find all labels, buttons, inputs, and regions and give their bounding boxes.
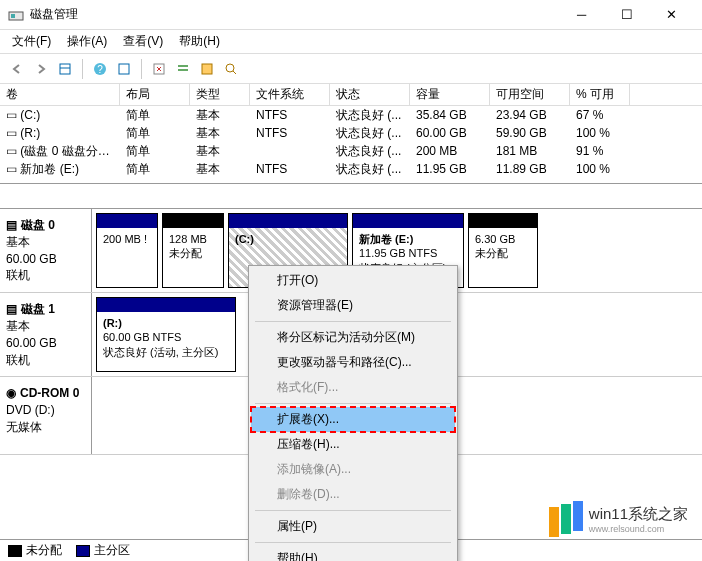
partition[interactable]: (R:)60.00 GB NTFS状态良好 (活动, 主分区) [96, 297, 236, 372]
menu-view[interactable]: 查看(V) [115, 31, 171, 52]
volume-list[interactable]: 卷 布局 类型 文件系统 状态 容量 可用空间 % 可用 ▭ (C:)简单基本N… [0, 84, 702, 184]
disk-info: ▤ 磁盘 0基本60.00 GB联机 [0, 209, 92, 292]
toolbar: ? [0, 54, 702, 84]
menu-action[interactable]: 操作(A) [59, 31, 115, 52]
svg-rect-9 [178, 69, 188, 71]
ctx-delete-volume: 删除卷(D)... [251, 482, 455, 507]
back-button[interactable] [6, 58, 28, 80]
svg-text:?: ? [97, 64, 103, 75]
svg-rect-6 [119, 64, 129, 74]
window-title: 磁盘管理 [30, 6, 559, 23]
col-percent[interactable]: % 可用 [570, 84, 630, 105]
search-button[interactable] [220, 58, 242, 80]
partition[interactable]: 128 MB未分配 [162, 213, 224, 288]
ctx-properties[interactable]: 属性(P) [251, 514, 455, 539]
settings-button[interactable] [113, 58, 135, 80]
ctx-extend-volume[interactable]: 扩展卷(X)... [251, 407, 455, 432]
col-free[interactable]: 可用空间 [490, 84, 570, 105]
col-layout[interactable]: 布局 [120, 84, 190, 105]
menubar: 文件(F) 操作(A) 查看(V) 帮助(H) [0, 30, 702, 54]
cdrom-icon: ◉ [6, 385, 16, 402]
volume-row[interactable]: ▭ (R:)简单基本NTFS状态良好 (...60.00 GB59.90 GB1… [0, 124, 702, 142]
disk-info: ◉ CD-ROM 0DVD (D:)无媒体 [0, 377, 92, 454]
action-button[interactable] [196, 58, 218, 80]
legend-unallocated: 未分配 [26, 542, 62, 559]
context-menu: 打开(O) 资源管理器(E) 将分区标记为活动分区(M) 更改驱动器号和路径(C… [248, 265, 458, 561]
ctx-format: 格式化(F)... [251, 375, 455, 400]
menu-file[interactable]: 文件(F) [4, 31, 59, 52]
svg-rect-1 [11, 14, 15, 18]
forward-button[interactable] [30, 58, 52, 80]
titlebar: 磁盘管理 ─ ☐ ✕ [0, 0, 702, 30]
app-icon [8, 7, 24, 23]
ctx-mark-active[interactable]: 将分区标记为活动分区(M) [251, 325, 455, 350]
ctx-add-mirror: 添加镜像(A)... [251, 457, 455, 482]
volume-row[interactable]: ▭ 新加卷 (E:)简单基本NTFS状态良好 (...11.95 GB11.89… [0, 160, 702, 178]
close-button[interactable]: ✕ [649, 0, 694, 30]
ctx-help[interactable]: 帮助(H) [251, 546, 455, 561]
list-header: 卷 布局 类型 文件系统 状态 容量 可用空间 % 可用 [0, 84, 702, 106]
disk-icon: ▤ [6, 217, 17, 234]
col-capacity[interactable]: 容量 [410, 84, 490, 105]
svg-point-11 [226, 64, 234, 72]
refresh-button[interactable] [148, 58, 170, 80]
partition[interactable]: 6.30 GB未分配 [468, 213, 538, 288]
watermark: win11系统之家 www.relsound.com [549, 501, 688, 537]
col-type[interactable]: 类型 [190, 84, 250, 105]
svg-rect-10 [202, 64, 212, 74]
maximize-button[interactable]: ☐ [604, 0, 649, 30]
disk-icon: ▤ [6, 301, 17, 318]
ctx-open[interactable]: 打开(O) [251, 268, 455, 293]
col-volume[interactable]: 卷 [0, 84, 120, 105]
col-status[interactable]: 状态 [330, 84, 410, 105]
legend-primary: 主分区 [94, 542, 130, 559]
partition[interactable]: 200 MB ! [96, 213, 158, 288]
ctx-shrink-volume[interactable]: 压缩卷(H)... [251, 432, 455, 457]
help-button[interactable]: ? [89, 58, 111, 80]
list-view-button[interactable] [172, 58, 194, 80]
ctx-explorer[interactable]: 资源管理器(E) [251, 293, 455, 318]
minimize-button[interactable]: ─ [559, 0, 604, 30]
disk-info: ▤ 磁盘 1基本60.00 GB联机 [0, 293, 92, 376]
svg-rect-2 [60, 64, 70, 74]
col-fs[interactable]: 文件系统 [250, 84, 330, 105]
svg-rect-8 [178, 65, 188, 67]
menu-help[interactable]: 帮助(H) [171, 31, 228, 52]
volume-row[interactable]: ▭ (磁盘 0 磁盘分区 1)简单基本状态良好 (...200 MB181 MB… [0, 142, 702, 160]
volume-row[interactable]: ▭ (C:)简单基本NTFS状态良好 (...35.84 GB23.94 GB6… [0, 106, 702, 124]
ctx-change-letter[interactable]: 更改驱动器号和路径(C)... [251, 350, 455, 375]
svg-line-12 [233, 71, 236, 74]
show-hide-button[interactable] [54, 58, 76, 80]
